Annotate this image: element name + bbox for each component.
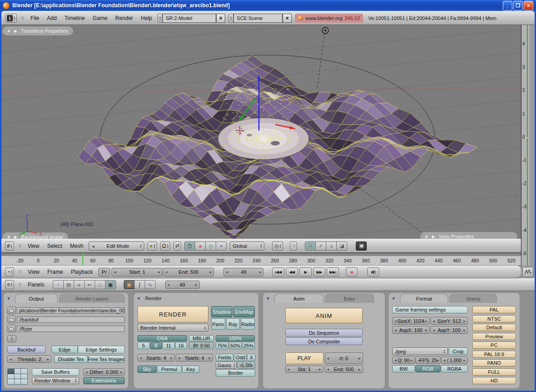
aspy-field[interactable]: AspY: 100 [430,326,468,334]
view-properties-panel[interactable]: × ▶ View Properties [420,232,517,239]
do-sequence-toggle[interactable]: Do Sequence [285,329,363,337]
sky-toggle[interactable]: Sky [137,366,157,373]
transform-properties-panel[interactable]: × ▶ Transform Properties [2,26,73,35]
menu-render[interactable]: Render [113,15,135,21]
zoom-widget-button[interactable] [522,267,533,277]
osa-8-button[interactable]: 8 [150,342,162,349]
scene-context-button[interactable]: ▣ [105,280,116,289]
ray-toggle[interactable]: Ray [226,318,240,330]
browse-backbuf-button[interactable] [7,316,16,323]
crop-toggle[interactable]: Crop [449,347,468,355]
xparts-field[interactable]: Xparts: 4 [137,354,175,362]
quality-field[interactable]: Q: 90 [392,357,415,364]
panel-collapse-icon[interactable]: ▼ [6,296,11,301]
anim-end-field[interactable]: End: 500 [325,366,363,373]
rgba-toggle[interactable]: RGBA [441,365,468,372]
fields-x-toggle[interactable]: X [247,354,255,361]
panel-expand-icon[interactable]: ▶ [14,29,17,33]
render-button[interactable]: RENDER [137,306,208,322]
fps-base-field[interactable]: / 1.000 [441,357,468,364]
menu-game[interactable]: Game [91,15,110,21]
script-context-button[interactable]: ▤ [63,280,74,289]
minimize-button[interactable]: _ [503,1,512,10]
sizey-field[interactable]: SizeY: 512 [430,317,468,325]
render-display-grid[interactable] [7,368,28,385]
extensions-toggle[interactable]: Extensions [83,377,125,384]
shading-context-button[interactable]: ● [74,280,85,289]
disable-tex-toggle[interactable]: Disable Tex [54,355,88,363]
scene-name-field[interactable]: SCE:Scene [233,14,283,23]
orientation-dropdown[interactable]: Global [230,241,264,251]
logic-context-button[interactable]: ◔ [53,280,64,289]
render-path-field[interactable]: plications\Blender Foundation\renders\ar… [17,307,125,314]
preset-full-button[interactable]: FULL [472,368,516,376]
editing-context-button[interactable]: □ [95,280,106,289]
save-buffers-toggle[interactable]: Save Buffers [32,368,79,376]
buttons-frame-field[interactable]: 49 [165,281,200,289]
restore-button[interactable]: ❐ [513,1,523,10]
preset-pc-button[interactable]: PC [472,342,516,349]
step-forward-button[interactable]: ▶▶ [313,267,325,276]
key-toggle[interactable]: Key [182,366,199,373]
preset-ntsc-button[interactable]: NTSC [472,315,516,322]
screen-delete-button[interactable]: × [216,14,225,23]
odd-toggle[interactable]: Odd [234,354,247,361]
snap-button[interactable]: ∩ [290,241,298,251]
menu-select[interactable]: Select [45,243,64,249]
titlebar[interactable]: Blender [E:\applications\Blender Foundat… [0,0,536,11]
editor-type-button[interactable]: # [5,241,14,251]
tab-output[interactable]: Output [15,294,58,303]
bw-toggle[interactable]: BW [392,365,415,372]
rt-field[interactable]: rt: 0 [325,352,363,364]
osa-5-button[interactable]: 5 [137,342,150,349]
sound-subcontext-button[interactable]: ∿ [145,280,156,289]
vertex-select-button[interactable]: ∷ [305,241,316,251]
occlude-geometry-button[interactable]: ◪ [336,241,347,251]
tab-format[interactable]: Format [400,294,448,303]
current-frame-field[interactable]: 49 [223,268,263,276]
render-preview-button[interactable]: ▣ [356,241,367,251]
size-100-toggle[interactable]: 100% [216,335,255,342]
timeline-editor-type-button[interactable]: ◔ [5,267,14,276]
aspx-field[interactable]: AspX: 100 [392,326,430,334]
shadow-toggle[interactable]: Shadow [211,306,233,317]
object-context-button[interactable]: ↩ [84,280,95,289]
play-button[interactable]: PLAY [285,352,324,364]
preset-preview-button[interactable]: Preview [472,333,516,340]
menu-help[interactable]: Help [139,15,155,21]
menu-tl-playback[interactable]: Playback [69,269,96,275]
tab-bake[interactable]: Bake [325,294,374,303]
proportional-edit-dropdown[interactable]: ◎ [272,241,283,251]
menu-file[interactable]: File [28,15,41,21]
close-button[interactable]: × [524,1,533,10]
panel-close-icon[interactable]: × [7,234,10,239]
preset-pal-16-9-button[interactable]: PAL 16:9 [472,351,516,358]
menu-mesh[interactable]: Mesh [68,243,86,249]
ftype-path-field[interactable]: //ftype [17,326,125,332]
timeline-ruler[interactable]: -200204060801001201401601802002202402602… [1,256,521,266]
do-composite-toggle[interactable]: Do Composite [285,337,363,345]
rgb-toggle[interactable]: RGB [415,365,440,372]
tab-anim[interactable]: Anim [274,294,324,303]
menu-timeline[interactable]: Timeline [62,15,87,21]
sta-field[interactable]: Sta: 1 [285,366,324,373]
render-window-dropdown[interactable]: Render Window [32,377,79,384]
manipulator-toggle-button[interactable]: ⇄ [173,241,181,251]
fields-toggle[interactable]: Fields [216,354,233,361]
mode-dropdown[interactable]: ▲ Edit Mode [89,241,144,251]
size-75-button[interactable]: 75% [216,342,228,349]
dither-field[interactable]: Dither: 0.000 [83,368,125,376]
osa-toggle[interactable]: OSA [137,335,187,342]
backbuf-toggle[interactable]: Backbuf [7,346,46,353]
premul-toggle[interactable]: Premul [157,366,182,373]
render-subcontext-button[interactable]: ▣ [124,280,135,289]
preset-default-button[interactable]: Default [472,324,516,331]
yparts-field[interactable]: Yparts: 4 [176,354,213,362]
timeline-playhead[interactable] [82,253,83,266]
engine-dropdown[interactable]: Blender Internal [137,324,208,332]
free-tex-images-toggle[interactable]: Free Tex Images [88,355,125,363]
edge-toggle[interactable]: Edge [51,346,78,353]
browse-render-path-button[interactable] [7,307,16,314]
pivot-dropdown[interactable]: Ω [160,241,170,251]
menu-tl-frame[interactable]: Frame [45,269,66,275]
